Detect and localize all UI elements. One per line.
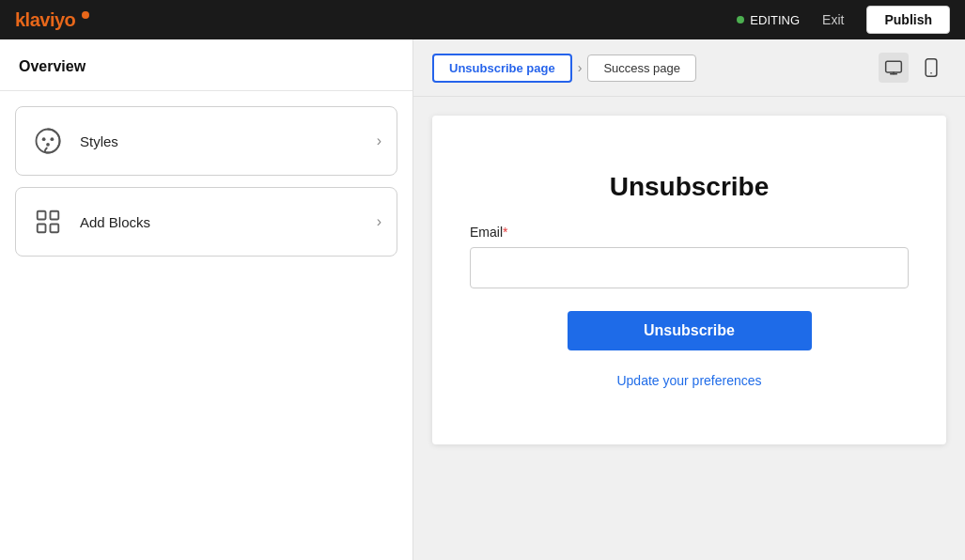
svg-rect-6 [38,225,46,233]
sidebar-item-add-blocks[interactable]: Add Blocks › [15,187,397,257]
svg-point-2 [51,137,54,141]
topnav-right: EDITING Exit Publish [737,6,950,34]
desktop-view-icon[interactable] [879,53,909,83]
tab-success-page[interactable]: Success page [587,54,696,82]
styles-chevron-icon: › [377,132,381,149]
mobile-view-icon[interactable] [916,53,946,83]
styles-label: Styles [80,133,118,149]
unsubscribe-button[interactable]: Unsubscribe [568,311,812,350]
tab-unsubscribe-page[interactable]: Unsubscribe page [432,54,572,83]
svg-rect-5 [51,211,59,220]
required-asterisk: * [503,225,507,240]
exit-button[interactable]: Exit [815,8,851,31]
tab-arrow-icon: › [578,60,583,75]
svg-rect-4 [38,211,46,220]
svg-point-1 [42,137,46,141]
editing-status: EDITING [737,13,800,27]
page-tabs-bar: Unsubscribe page › Success page [413,39,965,97]
view-toggle [879,53,946,83]
palette-icon [31,124,65,158]
top-navigation: klaviyo EDITING Exit Publish [0,0,965,39]
logo-text: klaviyo [15,9,75,30]
email-form-section: Email* [470,225,909,288]
email-label: Email* [470,225,909,240]
main-content: Unsubscribe page › Success page [413,39,965,560]
update-preferences-link[interactable]: Update your preferences [616,373,761,388]
blocks-icon [31,205,65,239]
add-blocks-chevron-icon: › [377,213,381,230]
svg-rect-7 [51,225,59,233]
main-layout: Overview Styles › [0,39,965,560]
editing-dot [737,16,744,23]
klaviyo-logo: klaviyo [15,9,89,31]
svg-point-3 [46,143,50,147]
preview-card: Unsubscribe Email* Unsubscribe Update yo… [432,116,946,444]
add-blocks-label: Add Blocks [80,214,150,230]
preview-area: Unsubscribe Email* Unsubscribe Update yo… [413,97,965,560]
sidebar-overview-label: Overview [0,39,412,91]
sidebar-item-styles-left: Styles [31,124,118,158]
email-input[interactable] [470,247,909,288]
sidebar-item-styles[interactable]: Styles › [15,106,397,176]
sidebar: Overview Styles › [0,39,413,560]
unsubscribe-title: Unsubscribe [610,172,770,202]
publish-button[interactable]: Publish [866,6,950,34]
svg-point-12 [930,72,932,74]
sidebar-divider [0,91,412,106]
tabs-group: Unsubscribe page › Success page [432,54,696,83]
editing-label: EDITING [750,13,800,27]
svg-rect-8 [886,61,902,72]
sidebar-item-blocks-left: Add Blocks [31,205,150,239]
